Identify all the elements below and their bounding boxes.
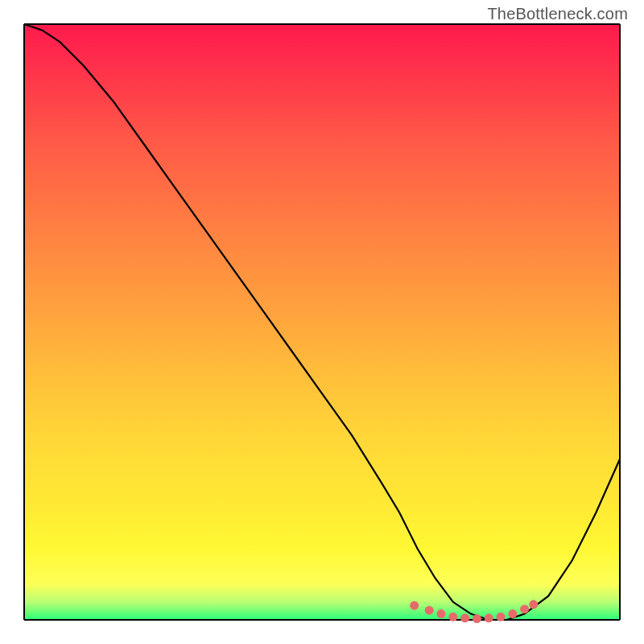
optimal-point	[529, 600, 538, 609]
optimal-point	[508, 609, 517, 618]
optimal-point	[410, 601, 419, 610]
bottleneck-curve	[24, 24, 620, 620]
optimal-point	[437, 609, 446, 618]
chart-svg	[0, 0, 644, 644]
optimal-point	[485, 613, 493, 622]
optimal-point	[448, 613, 457, 621]
axes-frame	[24, 24, 620, 620]
optimal-point	[473, 614, 481, 623]
optimal-point	[425, 606, 434, 615]
optimal-point	[520, 605, 529, 613]
chart-container: TheBottleneck.com	[0, 0, 644, 644]
optimal-point	[497, 613, 506, 621]
optimal-point	[460, 613, 469, 622]
watermark-text: TheBottleneck.com	[487, 5, 628, 23]
